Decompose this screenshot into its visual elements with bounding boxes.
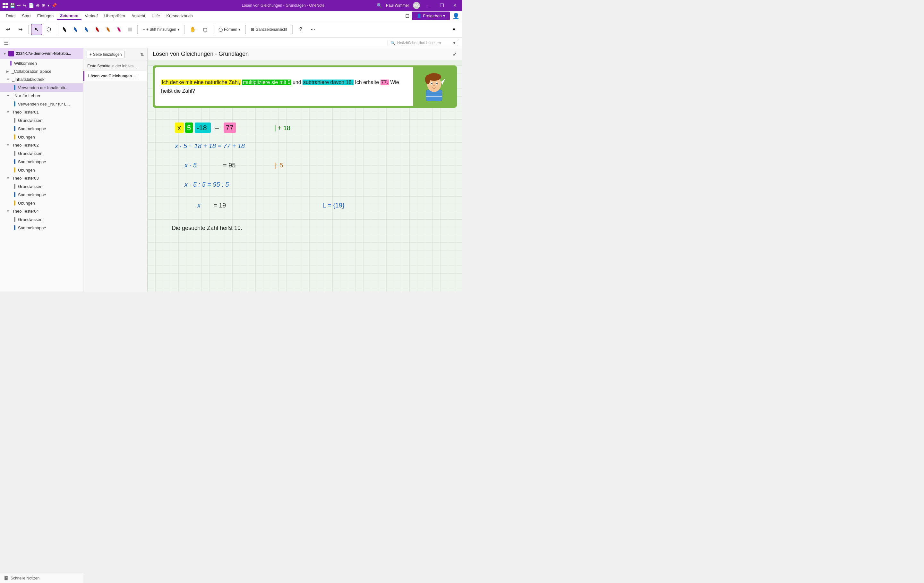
sidebar-item-sammelmappe-03[interactable]: Sammelmappe (0, 191, 83, 199)
save-icon[interactable]: 💾 (10, 3, 15, 8)
canvas[interactable]: Ich denke mir eine natürliche Zahl, mult… (148, 60, 462, 292)
main-content: Lösen von Gleichungen - Grundlagen ⤢ Ich… (148, 48, 462, 292)
sidebar-item-inhaltsbibliothek[interactable]: ▼ _Inhaltsbibliothek (0, 75, 83, 83)
svg-point-1 (73, 26, 78, 32)
pen-pink[interactable] (114, 25, 124, 34)
dropdown-arrow-icon[interactable]: ▾ (48, 3, 50, 8)
search-box[interactable]: 🔍 Notizbücher durchsuchen ▾ (388, 40, 458, 46)
search-title-icon[interactable]: 🔍 (377, 3, 382, 8)
svg-text:|: 5: |: 5 (274, 161, 283, 169)
page-item-erste-schritte[interactable]: Erste Schritte in der Inhalts... (83, 61, 147, 71)
pen-orange[interactable] (103, 25, 113, 34)
sidebar-item-sammelmappe-01[interactable]: Sammelmappe (0, 124, 83, 133)
pen-blue-2[interactable] (81, 25, 91, 34)
fullpage-button[interactable]: ⊞ Ganzseitenansicht (248, 26, 290, 33)
pen-gray[interactable] (125, 25, 135, 34)
plus-icon[interactable]: ⊕ (36, 3, 40, 8)
svg-point-17 (433, 85, 435, 86)
notebook-header[interactable]: ▼ 2324-17a-demo-wim-Notizbü... (0, 48, 83, 59)
help-button[interactable]: ? (295, 24, 306, 35)
sidebar-item-grundwissen-02[interactable]: Grundwissen (0, 149, 83, 158)
sidebar-label: Sammelmappe (18, 160, 46, 164)
menu-item-überprüfen[interactable]: Überprüfen (101, 12, 128, 20)
menu-item-hilfe[interactable]: Hilfe (148, 12, 163, 20)
lasso-button[interactable]: ⬡ (43, 24, 54, 35)
shapes-icon: ◯ (218, 27, 223, 32)
more-button[interactable]: ··· (307, 24, 318, 35)
pen-red[interactable] (92, 25, 102, 34)
sidebar-item-sammelmappe-04[interactable]: Sammelmappe (0, 224, 83, 232)
add-pen-button[interactable]: + + Stift hinzufügen ▾ (140, 26, 182, 33)
redo-button[interactable]: ↪ (15, 24, 26, 35)
menu-item-datei[interactable]: Datei (3, 12, 18, 20)
sidebar-label: Übungen (18, 201, 35, 206)
sidebar-item-übungen-03[interactable]: Übungen (0, 199, 83, 207)
svg-text:x · 5 − 18 + 18 = 77 + 18: x · 5 − 18 + 18 = 77 + 18 (175, 142, 245, 150)
sidebar-item-verwenden-inhalts[interactable]: Verwenden der Inhaltsbib... (0, 83, 83, 92)
sidebar-label: Verwenden des _Nur für L... (18, 102, 70, 107)
sidebar-item-sammelmappe-02[interactable]: Sammelmappe (0, 158, 83, 166)
share-button[interactable]: 👤 Freigeben ▾ (412, 12, 450, 20)
svg-text:x: x (177, 124, 181, 132)
full-page-icon[interactable]: ⊡ (405, 13, 409, 19)
pin-icon[interactable]: 📌 (51, 3, 57, 8)
expand-button[interactable]: ⤢ (453, 51, 457, 57)
sidebar-item-übungen-02[interactable]: Übungen (0, 166, 83, 174)
problem-text: Ich denke mir eine natürliche Zahl, mult… (155, 68, 413, 106)
menu-item-zeichnen[interactable]: Zeichnen (57, 12, 81, 20)
highlight-cyan: subtrahiere davon 18. (302, 79, 353, 85)
pen-black[interactable] (60, 25, 69, 34)
sidebar-item-nur-lehrer[interactable]: ▼ _Nur für Lehrer (0, 92, 83, 100)
color-bar (14, 167, 15, 173)
svg-text:= 95: = 95 (223, 161, 236, 169)
shapes-dropdown: ▾ (238, 27, 240, 32)
svg-point-2 (84, 26, 88, 32)
user-name[interactable]: Paul Wimmer (386, 3, 409, 8)
menu-item-ansicht[interactable]: Ansicht (128, 12, 148, 20)
menu-item-kursnotizbuch[interactable]: Kursnotizbuch (163, 12, 196, 20)
close-button[interactable]: ✕ (450, 2, 459, 9)
sort-icon[interactable]: ⇅ (140, 52, 144, 57)
notebook-icon (8, 51, 14, 56)
pen-blue-1[interactable] (71, 25, 80, 34)
sidebar-item-willkommen[interactable]: Willkommen (0, 59, 83, 68)
restore-button[interactable]: ❐ (437, 2, 447, 9)
svg-text:-18: -18 (197, 124, 207, 132)
searchbar: ☰ 🔍 Notizbücher durchsuchen ▾ (0, 38, 462, 48)
user-avatar[interactable]: PW (413, 2, 420, 9)
sidebar-item-grundwissen-01[interactable]: Grundwissen (0, 116, 83, 124)
undo-button[interactable]: ↩ (3, 24, 13, 35)
add-page-button[interactable]: + Seite hinzufügen (87, 51, 124, 58)
grid-view-icon[interactable]: ⊞ (42, 3, 46, 8)
sidebar-item-collaboration[interactable]: ▶ _Collaboration Space (0, 68, 83, 75)
highlight-green: multipliziere sie mit 5 (242, 79, 291, 85)
menu-item-verlauf[interactable]: Verlauf (81, 12, 101, 20)
sidebar-item-verwenden-nur[interactable]: Verwenden des _Nur für L... (0, 100, 83, 108)
document-icon[interactable]: 📄 (28, 3, 34, 8)
sidebar-label: Übungen (18, 168, 35, 173)
sidebar-item-grundwissen-04[interactable]: Grundwissen (0, 215, 83, 224)
hamburger-icon[interactable]: ☰ (4, 40, 8, 46)
body: ▼ 2324-17a-demo-wim-Notizbü... Willkomme… (0, 48, 462, 292)
sidebar-item-theo03[interactable]: ▼ Theo Tester03 (0, 174, 83, 182)
sidebar-item-theo04[interactable]: ▼ Theo Tester04 (0, 207, 83, 215)
app-icon[interactable] (3, 3, 8, 8)
pages-header: + Seite hinzufügen ⇅ (83, 48, 147, 61)
eraser-button[interactable]: ◻ (200, 24, 210, 35)
profile-icon[interactable]: 👤 (452, 13, 459, 20)
sidebar-item-grundwissen-03[interactable]: Grundwissen (0, 182, 83, 191)
sidebar-item-übungen-01[interactable]: Übungen (0, 133, 83, 141)
redo-title-icon[interactable]: ↪ (23, 3, 26, 8)
sidebar-item-theo02[interactable]: ▼ Theo Tester02 (0, 141, 83, 149)
cartoon-svg (415, 68, 453, 106)
toolbar-collapse[interactable]: ▾ (449, 24, 459, 35)
sidebar-item-theo01[interactable]: ▼ Theo Tester01 (0, 108, 83, 116)
shapes-button[interactable]: ◯ Formen ▾ (216, 26, 243, 33)
minimize-button[interactable]: — (424, 2, 434, 9)
touch-button[interactable]: ✋ (187, 24, 198, 35)
cursor-button[interactable]: ↖ (31, 24, 42, 35)
menu-item-einfügen[interactable]: Einfügen (34, 12, 57, 20)
menu-item-start[interactable]: Start (18, 12, 34, 20)
undo-title-icon[interactable]: ↩ (17, 3, 21, 8)
page-item-lösen[interactable]: Lösen von Gleichungen -... (83, 71, 147, 81)
